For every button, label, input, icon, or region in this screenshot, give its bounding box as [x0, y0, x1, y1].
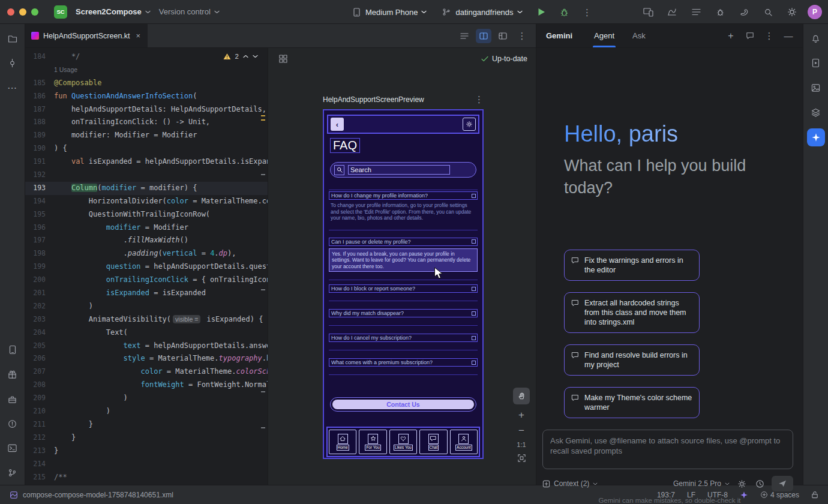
problems-icon[interactable] — [4, 415, 21, 432]
project-icon[interactable] — [4, 30, 21, 47]
run-button[interactable] — [533, 4, 550, 20]
code-view-icon[interactable] — [457, 29, 472, 43]
preview-options-kebab-icon[interactable]: ⋮ — [475, 95, 484, 104]
code-line[interactable]: 207 color = MaterialTheme.colorScheme — [25, 365, 268, 379]
faq-question-row[interactable]: How do I cancel my subscription? — [329, 334, 478, 342]
faq-item[interactable]: Why did my match disappear? — [329, 309, 478, 317]
faq-item[interactable]: How do I cancel my subscription? — [329, 334, 478, 342]
tab-agent[interactable]: Agent — [593, 24, 616, 47]
zoom-actual-size-button[interactable]: 1:1 — [517, 441, 526, 448]
close-window-button[interactable] — [7, 8, 14, 16]
run-configuration-selector[interactable]: datingandfriends — [441, 7, 522, 17]
editor-scroll-stripe[interactable] — [260, 48, 265, 485]
code-line[interactable]: 188 onTrailingIconClick: () -> Unit, — [25, 116, 268, 129]
faq-item[interactable]: How do I block or report someone? — [329, 284, 478, 293]
expand-toggle-icon[interactable] — [472, 311, 476, 316]
code-line[interactable]: 209 ) — [25, 392, 268, 405]
previous-problem-icon[interactable] — [243, 55, 248, 58]
nav-item-chat[interactable]: Chat — [419, 430, 447, 454]
expand-toggle-icon[interactable] — [472, 239, 476, 244]
code-line[interactable]: 195 QuestionWithTrailingIconRow( — [25, 208, 268, 221]
hide-panel-icon[interactable]: — — [780, 28, 797, 44]
expand-toggle-icon[interactable] — [472, 336, 476, 340]
faq-question-row[interactable]: Why did my match disappear? — [329, 309, 478, 317]
code-line[interactable]: 206 style = MaterialTheme.typography.bod… — [25, 352, 268, 365]
user-avatar[interactable]: P — [808, 5, 822, 19]
faq-question-row[interactable]: What comes with a premium subscription? — [329, 358, 478, 367]
code-line[interactable]: 199 question = helpAndSupportDetails.que… — [25, 260, 268, 274]
pan-hand-icon[interactable] — [513, 388, 530, 404]
code-line[interactable]: 197 .fillMaxWidth() — [25, 234, 268, 247]
running-devices-icon[interactable] — [808, 55, 824, 71]
search-icon[interactable] — [760, 4, 776, 20]
device-explorer-icon[interactable] — [4, 341, 21, 358]
next-problem-icon[interactable] — [253, 55, 258, 58]
code-line[interactable]: 213} — [25, 445, 268, 458]
terminal-icon[interactable] — [4, 440, 21, 457]
grid-view-icon[interactable] — [277, 52, 290, 65]
profiler-icon[interactable] — [664, 4, 680, 20]
code-line[interactable]: 203 AnimatedVisibility(visible = isExpan… — [25, 313, 268, 326]
code-inlay-hint[interactable]: 1 Usage — [25, 64, 268, 77]
tab-ask[interactable]: Ask — [631, 24, 647, 47]
design-view-icon[interactable] — [495, 29, 511, 43]
gradle-icon[interactable] — [736, 4, 752, 20]
code-line[interactable]: 189 modifier: Modifier = Modifier — [25, 129, 268, 142]
zoom-window-button[interactable] — [31, 8, 38, 16]
zoom-in-button[interactable]: + — [518, 410, 524, 420]
preview-device-frame[interactable]: ‹ FAQ Search How do I change my profile — [323, 109, 484, 459]
code-line[interactable]: 191 val isExpanded = helpAndSupportDetai… — [25, 155, 268, 169]
close-tab-icon[interactable]: × — [136, 31, 141, 40]
editor-options-kebab-icon[interactable]: ⋮ — [514, 29, 530, 43]
resource-manager-icon[interactable] — [4, 366, 21, 383]
settings-icon[interactable] — [784, 4, 800, 20]
prompt-history-icon[interactable] — [754, 478, 766, 490]
version-control-menu[interactable]: Version control — [159, 7, 220, 16]
inspection-widget[interactable]: 2 — [221, 52, 260, 61]
code-line[interactable]: 210 ) — [25, 405, 268, 418]
split-view-icon[interactable] — [476, 29, 491, 43]
code-line[interactable]: 193 Column(modifier = modifier) { — [25, 182, 268, 195]
code-line[interactable]: 208 fontWeight = FontWeight.Normal — [25, 379, 268, 392]
version-control-icon[interactable] — [4, 464, 21, 481]
code-line[interactable]: 198 .padding(vertical = 4.dp), — [25, 247, 268, 260]
zoom-to-fit-icon[interactable] — [517, 454, 526, 463]
structure-icon[interactable] — [688, 4, 704, 20]
panel-options-kebab-icon[interactable]: ⋮ — [761, 28, 778, 44]
code-line[interactable]: 205 text = helpAndSupportDetails.answer, — [25, 340, 268, 353]
code-line[interactable]: 187 helpAndSupportDetails: HelpAndSuppor… — [25, 103, 268, 116]
code-line[interactable]: 211 } — [25, 418, 268, 431]
preview-canvas[interactable]: HelpAndSupportScreenPreview ⋮ ‹ FAQ — [268, 70, 536, 485]
faq-item[interactable]: What comes with a premium subscription? — [329, 358, 478, 367]
code-line[interactable]: 212 } — [25, 431, 268, 445]
model-selector[interactable]: Gemini 2.5 Pro — [673, 479, 730, 488]
faq-item[interactable]: How do I change my profile information?T… — [329, 191, 478, 222]
gemini-settings-icon[interactable] — [736, 478, 748, 490]
commit-icon[interactable] — [4, 55, 21, 71]
device-selector[interactable]: Medium Phone — [351, 7, 427, 17]
suggestion-card[interactable]: Extract all hardcoded strings from this … — [564, 292, 700, 333]
zoom-out-button[interactable]: − — [518, 425, 524, 436]
build-icon[interactable] — [4, 391, 21, 407]
expand-toggle-icon[interactable] — [472, 287, 476, 291]
suggestion-card[interactable]: Find and resolve build errors in my proj… — [564, 344, 700, 376]
code-line[interactable]: 185@Composable — [25, 77, 268, 90]
debug-button[interactable] — [556, 4, 573, 20]
faq-question-row[interactable]: How do I change my profile information? — [329, 191, 478, 200]
minimize-window-button[interactable] — [19, 8, 26, 16]
nav-item-account[interactable]: Account — [450, 430, 478, 454]
code-line[interactable]: 215/** — [25, 471, 268, 484]
faq-item[interactable]: Can I pause or delete my profile?Yes. If… — [329, 238, 478, 272]
faq-question-row[interactable]: How do I block or report someone? — [329, 284, 478, 293]
layout-inspector-icon[interactable] — [808, 79, 824, 96]
bug-report-icon[interactable] — [712, 4, 728, 20]
context-chip[interactable]: Context (2) — [542, 479, 598, 488]
gemini-icon[interactable] — [807, 128, 825, 146]
code-line[interactable]: 200 onTrailingIconClick = { onTrailingIc… — [25, 274, 268, 287]
lock-icon[interactable] — [811, 491, 818, 499]
suggestion-card[interactable]: Make my Theme's color scheme warmer — [564, 387, 700, 418]
gemini-input[interactable] — [550, 436, 785, 463]
project-menu[interactable]: Screen2Compose — [76, 7, 151, 16]
chat-history-icon[interactable] — [742, 28, 758, 44]
code-line[interactable]: 201 isExpanded = isExpanded — [25, 287, 268, 300]
